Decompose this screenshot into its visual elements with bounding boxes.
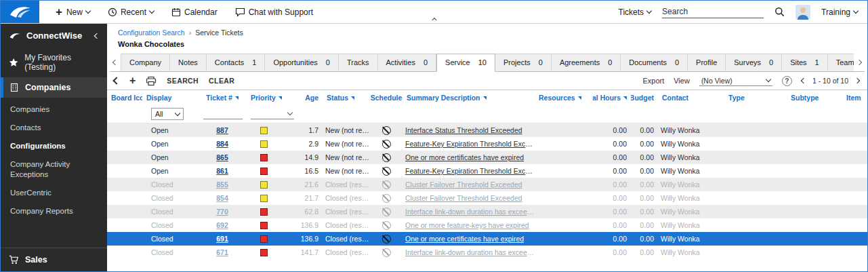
filter-triangle-icon[interactable]: [623, 96, 627, 100]
new-menu[interactable]: + New: [56, 6, 90, 18]
tab[interactable]: Opportunities0: [265, 54, 339, 72]
summary-link[interactable]: Cluster Failover Threshold Exceeded: [405, 194, 522, 202]
previous-page-button[interactable]: [801, 78, 806, 83]
view-dropdown[interactable]: (No View): [699, 76, 772, 86]
tab[interactable]: Agreements0: [552, 54, 621, 72]
filter-triangle-icon[interactable]: [351, 96, 354, 100]
ticket-link[interactable]: 884: [216, 140, 228, 148]
no-schedule-icon[interactable]: [382, 194, 391, 203]
tab[interactable]: Tracks: [339, 54, 378, 72]
ticket-link[interactable]: 770: [216, 208, 228, 216]
sidebar-header[interactable]: ConnectWise: [1, 24, 107, 47]
sidebar-item-favorites[interactable]: My Favorites (Testing): [1, 47, 107, 77]
sidebar-subitem[interactable]: Company Reports: [1, 202, 107, 220]
tab[interactable]: Documents0: [621, 54, 688, 72]
user-menu[interactable]: Training: [821, 7, 858, 17]
print-button[interactable]: [146, 76, 157, 86]
ticket-filter-input[interactable]: [203, 109, 243, 119]
summary-link[interactable]: One or more certificates have expired: [405, 153, 524, 161]
ticket-link[interactable]: 887: [216, 126, 228, 134]
ticket-row[interactable]: Open 865 14.9 New (not resp... One or mo…: [107, 151, 867, 164]
sidebar-subitem[interactable]: Companies: [1, 100, 107, 119]
tab[interactable]: Projects0: [495, 54, 552, 72]
column-header[interactable]: Subtype: [787, 94, 842, 102]
sidebar-subitem[interactable]: Configurations: [1, 137, 107, 155]
ticket-link[interactable]: 854: [216, 194, 228, 202]
tabs-scroll-right[interactable]: [854, 54, 865, 72]
column-header[interactable]: Summary Description: [402, 94, 535, 102]
display-filter-dropdown[interactable]: All: [151, 108, 184, 120]
ticket-link[interactable]: 861: [216, 167, 228, 175]
column-header[interactable]: Type: [724, 94, 787, 102]
column-header[interactable]: Resources: [535, 94, 593, 102]
ticket-row[interactable]: Open 887 1.7 New (not resp... Interface …: [107, 123, 867, 137]
collapse-sidebar-icon[interactable]: [94, 33, 100, 38]
summary-link[interactable]: Interface link-down duration has exceede…: [405, 208, 535, 216]
ticket-row[interactable]: Closed 770 62.8 Closed (resolv... Interf…: [107, 205, 867, 218]
next-page-button[interactable]: [854, 78, 860, 83]
sidebar-subitem[interactable]: UserCentric: [1, 184, 107, 202]
new-ticket-button[interactable]: +: [129, 75, 136, 86]
sidebar-subitem[interactable]: Contacts: [1, 119, 107, 137]
priority-filter-dropdown[interactable]: [251, 109, 294, 119]
ticket-link[interactable]: 855: [216, 180, 228, 189]
breadcrumb-parent-link[interactable]: Configuration Search: [118, 28, 185, 37]
clear-button[interactable]: CLEAR: [209, 77, 234, 85]
column-header[interactable]: Item: [842, 94, 867, 102]
ticket-link[interactable]: 671: [216, 248, 228, 256]
search-button[interactable]: SEARCH: [167, 77, 199, 85]
tab[interactable]: Profile: [688, 54, 726, 72]
no-schedule-icon[interactable]: [382, 235, 391, 244]
summary-link[interactable]: Cluster Failover Threshold Exceeded: [405, 180, 522, 189]
tab[interactable]: Activities0: [378, 54, 437, 72]
recent-menu[interactable]: Recent: [108, 7, 154, 17]
column-header[interactable]: Ticket #: [198, 94, 247, 102]
tab[interactable]: Service10: [436, 54, 495, 72]
filter-triangle-icon[interactable]: [235, 96, 239, 100]
tab[interactable]: Contacts1: [207, 54, 266, 72]
filter-triangle-icon[interactable]: [483, 96, 487, 100]
column-header[interactable]: Status: [323, 94, 370, 102]
connectwise-logo[interactable]: [1, 1, 39, 23]
ticket-link[interactable]: 691: [216, 235, 228, 243]
no-schedule-icon[interactable]: [382, 140, 391, 149]
ticket-link[interactable]: 692: [216, 221, 228, 229]
tab[interactable]: Sites1: [782, 54, 828, 72]
ticket-row[interactable]: Closed 855 21.6 Closed (resolv... Cluste…: [107, 178, 867, 191]
global-search-button[interactable]: [774, 7, 785, 17]
global-search-input[interactable]: [662, 5, 764, 18]
sidebar-item-sales[interactable]: Sales: [1, 248, 107, 271]
summary-link[interactable]: Feature-Key Expiration Threshold Exceede…: [405, 140, 535, 148]
summary-link[interactable]: Interface Status Threshold Exceeded: [405, 126, 522, 134]
ticket-row[interactable]: Closed 691 136.9 Closed (resolv... One o…: [107, 232, 867, 246]
no-schedule-icon[interactable]: [382, 248, 391, 257]
filter-triangle-icon[interactable]: [278, 96, 282, 100]
column-header[interactable]: Board Icon: [107, 94, 142, 102]
filter-triangle-icon[interactable]: [578, 96, 581, 100]
ticket-row[interactable]: Open 884 2.9 New (not resp... Feature-Ke…: [107, 137, 867, 151]
summary-link[interactable]: Feature-Key Expiration Threshold Exceede…: [405, 167, 535, 175]
column-header[interactable]: Budget: [631, 94, 658, 102]
ticket-link[interactable]: 865: [216, 153, 228, 161]
column-header[interactable]: Contact: [658, 94, 724, 102]
no-schedule-icon[interactable]: [382, 180, 391, 189]
no-schedule-icon[interactable]: [382, 126, 391, 135]
chat-support-button[interactable]: Chat with Support: [235, 7, 313, 17]
tab[interactable]: Notes: [170, 54, 207, 72]
summary-link[interactable]: One or more feature-keys have expired: [405, 221, 529, 229]
no-schedule-icon[interactable]: [382, 221, 391, 230]
column-header[interactable]: Age: [299, 94, 323, 102]
no-schedule-icon[interactable]: [382, 153, 391, 162]
tab[interactable]: Team0: [828, 54, 854, 72]
no-schedule-icon[interactable]: [382, 167, 391, 176]
ticket-row[interactable]: Open 861 16.5 New (not resp... Feature-K…: [107, 164, 867, 178]
column-header[interactable]: Schedule: [370, 94, 402, 102]
help-button[interactable]: ?: [782, 76, 792, 86]
column-header[interactable]: Priority: [247, 94, 299, 102]
collapse-header-button[interactable]: [432, 16, 436, 22]
tab[interactable]: Surveys0: [726, 54, 782, 72]
no-schedule-icon[interactable]: [382, 208, 391, 216]
tabs-scroll-left[interactable]: [110, 54, 121, 72]
ticket-row[interactable]: Closed 692 136.9 Closed (resolv... One o…: [107, 218, 867, 232]
sidebar-item-companies-module[interactable]: Companies: [1, 77, 107, 98]
